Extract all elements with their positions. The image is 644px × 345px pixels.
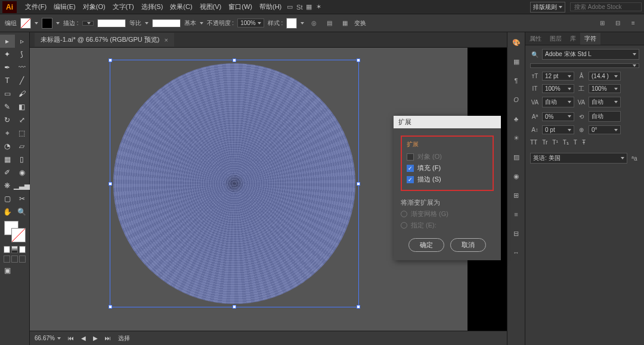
handle-top-left[interactable] [109, 58, 112, 62]
perspective-tool[interactable]: ▱ [15, 140, 30, 153]
symbol-sprayer-tool[interactable]: ❋ [0, 179, 14, 192]
font-style-input[interactable] [530, 63, 639, 68]
font-search-icon[interactable]: 🔍 [530, 51, 540, 58]
shaper-tool[interactable]: ✎ [0, 100, 15, 113]
nav-last-icon[interactable]: ⏭ [105, 335, 111, 341]
stock-search-input[interactable] [570, 2, 642, 11]
pen-tool[interactable]: ✒ [0, 61, 15, 74]
zoom-tool[interactable]: 🔍 [15, 205, 30, 218]
shift-input[interactable]: 0 pt [542, 125, 574, 134]
arrange-icon[interactable]: ▦ [304, 2, 314, 12]
tab-character[interactable]: 字符 [580, 33, 600, 45]
color-mode[interactable] [4, 246, 10, 253]
draw-normal[interactable] [4, 255, 10, 263]
stroke-menu-arrow[interactable] [56, 22, 60, 24]
menu-effect[interactable]: 效果(C) [166, 2, 196, 11]
stock-icon[interactable]: St [295, 2, 304, 12]
artboard-tool[interactable]: ▢ [0, 192, 15, 205]
menu-select[interactable]: 选择(S) [138, 2, 167, 11]
handle-bottom-left[interactable] [109, 305, 112, 309]
handle-mid-right[interactable] [357, 182, 360, 186]
rotate-tool[interactable]: ↻ [0, 113, 15, 127]
strikethrough-button[interactable]: Ŧ [582, 139, 586, 146]
vscale-input[interactable]: 100% [589, 84, 621, 93]
eraser-tool[interactable]: ◧ [15, 100, 30, 113]
direct-selection-tool[interactable]: ▹ [15, 35, 30, 48]
font-size-input[interactable]: 12 pt [542, 72, 574, 81]
edit-icon[interactable]: ⊟ [612, 17, 624, 29]
underline-button[interactable]: T [574, 139, 577, 146]
checkbox-fill[interactable]: ✓ [407, 165, 414, 172]
gradient-mode[interactable] [11, 246, 18, 253]
font-family-input[interactable]: Adobe 宋体 Std L [542, 49, 639, 60]
artwork-spirograph[interactable] [113, 63, 355, 304]
recolor-icon[interactable]: ◎ [308, 17, 320, 29]
swatches-panel-icon[interactable]: ▦ [511, 56, 522, 67]
baseline-input[interactable]: 0% [542, 112, 574, 121]
opacity-input[interactable]: 100% [237, 19, 264, 27]
draw-inside[interactable] [19, 255, 26, 263]
screen-mode-tool[interactable]: ▣ [0, 264, 15, 277]
gradient-panel-icon[interactable]: ☀ [511, 133, 522, 143]
handle-bottom-mid[interactable] [233, 305, 236, 309]
blend-tool[interactable]: ◉ [15, 166, 30, 179]
nav-prev-icon[interactable]: ◀ [81, 335, 86, 341]
lasso-tool[interactable]: ⟆ [15, 48, 30, 61]
scale-tool[interactable]: ⤢ [15, 113, 30, 127]
menu-file[interactable]: 文件(F) [21, 2, 50, 11]
menu-edit[interactable]: 编辑(E) [50, 2, 79, 11]
ok-button[interactable]: 确定 [408, 238, 444, 252]
graphic-styles-panel-icon[interactable]: ⊞ [511, 190, 522, 201]
style-swatch[interactable] [286, 18, 297, 29]
handle-top-right[interactable] [357, 58, 360, 62]
asset-panel-icon[interactable]: ⊟ [511, 228, 522, 239]
fill-swatch[interactable] [20, 18, 31, 29]
gradient-tool[interactable]: ▯ [15, 153, 30, 166]
hscale-input[interactable]: 100% [542, 84, 574, 93]
selection-tool[interactable]: ▸ [0, 35, 15, 48]
artboards-panel-icon[interactable]: ↔ [511, 247, 522, 258]
stroke-panel-icon[interactable]: ♣ [511, 113, 522, 124]
free-transform-tool[interactable]: ⬚ [15, 127, 30, 140]
nav-first-icon[interactable]: ⏮ [68, 335, 74, 341]
line-tool[interactable]: ╱ [15, 74, 30, 87]
menu-type[interactable]: 文字(T) [109, 2, 138, 11]
superscript-button[interactable]: T¹ [552, 139, 558, 146]
stroke-profile-preview[interactable] [152, 19, 181, 27]
menu-object[interactable]: 对象(O) [79, 2, 109, 11]
bridge-icon[interactable]: ▭ [285, 2, 295, 12]
type-tool[interactable]: T [0, 74, 15, 87]
width-tool[interactable]: ⌖ [0, 127, 15, 140]
gpu-icon[interactable]: ✶ [314, 2, 323, 12]
color-panel-icon[interactable]: 🎨 [511, 37, 522, 48]
tab-libraries[interactable]: 库 [566, 33, 580, 45]
nav-next-icon[interactable]: ▶ [93, 335, 98, 341]
brush-tool[interactable]: 🖌 [15, 87, 30, 100]
tab-layers[interactable]: 图层 [546, 33, 566, 45]
shape-icon[interactable]: ▦ [339, 17, 351, 29]
expand-stroke-row[interactable]: ✓描边 (S) [407, 175, 488, 184]
brushes-panel-icon[interactable]: ¶ [511, 75, 522, 86]
leading-input[interactable]: (14.4 ) [589, 72, 621, 81]
graph-tool[interactable]: ▁▃▅ [14, 179, 29, 192]
cancel-button[interactable]: 取消 [450, 238, 486, 252]
rotation-input[interactable]: 0° [589, 125, 621, 134]
mesh-tool[interactable]: ▦ [0, 153, 15, 166]
expand-fill-row[interactable]: ✓填充 (F) [407, 164, 488, 172]
workspace-switcher[interactable]: 排版规则 [530, 2, 565, 13]
handle-bottom-right[interactable] [357, 305, 360, 309]
appearance-panel-icon[interactable]: ◉ [511, 171, 522, 181]
menu-window[interactable]: 窗口(W) [225, 2, 256, 11]
handle-top-mid[interactable] [233, 58, 236, 62]
fill-menu-arrow[interactable] [35, 22, 38, 24]
isolate-icon[interactable]: ⊞ [596, 17, 608, 29]
transform-label[interactable]: 变换 [354, 19, 366, 27]
panel-menu-icon[interactable]: ≡ [627, 17, 639, 29]
kerning-input[interactable]: 自动 [542, 97, 574, 107]
menu-help[interactable]: 帮助(H) [256, 2, 285, 11]
language-input[interactable]: 英语: 美国 [530, 153, 627, 164]
stroke-box[interactable] [11, 228, 26, 242]
handle-mid-left[interactable] [109, 182, 112, 186]
magic-wand-tool[interactable]: ✦ [0, 48, 15, 61]
menu-view[interactable]: 视图(V) [196, 2, 225, 11]
